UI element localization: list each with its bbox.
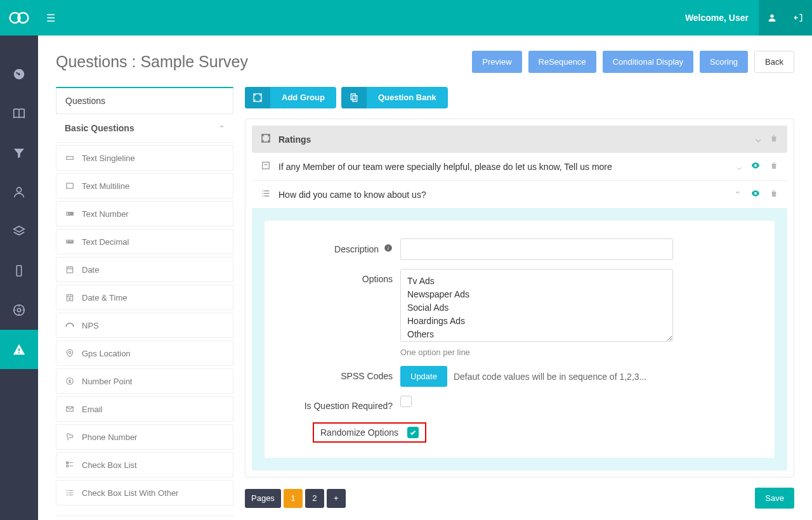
- info-icon[interactable]: i: [384, 244, 393, 252]
- chevron-up-icon: ⌃: [219, 124, 225, 133]
- qtype-icon: [64, 292, 75, 303]
- svg-text:1: 1: [69, 379, 70, 383]
- label-options: Options: [280, 269, 400, 284]
- qtype-icon: 12.3: [64, 236, 75, 247]
- svg-rect-6: [16, 266, 21, 276]
- qtype-label: Text Multiline: [82, 181, 129, 191]
- qtype-item[interactable]: Date & Time: [56, 285, 233, 310]
- qtype-item[interactable]: Phone Number: [56, 424, 233, 450]
- qtype-item[interactable]: 1Number Point: [56, 368, 233, 394]
- question-editor: Description i Options: [252, 208, 787, 471]
- qtype-label: Date: [82, 265, 99, 275]
- label-required: Is Question Required?: [280, 396, 400, 411]
- menu-toggle-icon[interactable]: ☰: [38, 12, 63, 24]
- randomize-checkbox[interactable]: [407, 427, 419, 438]
- add-group-button[interactable]: Add Group: [245, 87, 336, 108]
- logo[interactable]: [0, 0, 38, 36]
- label-spss: SPSS Codes: [280, 366, 400, 381]
- eye-icon[interactable]: [750, 188, 761, 200]
- trash-icon[interactable]: [769, 189, 778, 200]
- qtype-icon: 1: [64, 375, 75, 387]
- qtype-icon: [64, 403, 75, 415]
- text-icon: [261, 160, 271, 172]
- label-randomize: Randomize Options: [320, 427, 398, 438]
- qtype-item[interactable]: Check Box List: [56, 452, 233, 478]
- qtype-icon: [64, 348, 75, 359]
- qtype-label: Number Point: [82, 377, 132, 386]
- logout-icon[interactable]: [785, 0, 812, 36]
- nav-layers-icon[interactable]: [0, 212, 38, 251]
- accordion-basic-questions[interactable]: Basic Questions ⌃: [56, 114, 233, 143]
- nav-mobile-icon[interactable]: [0, 251, 38, 290]
- page-1-button[interactable]: 1: [284, 489, 303, 508]
- checklist-icon: [261, 188, 271, 200]
- question-row-2[interactable]: How did you came to know about us? ⌃: [252, 181, 787, 208]
- chevron-down-icon[interactable]: ⌵: [737, 162, 742, 172]
- svg-rect-12: [67, 183, 74, 188]
- nav-dashboard-icon[interactable]: [0, 55, 38, 94]
- scoring-button[interactable]: Scoring: [700, 51, 748, 73]
- qtype-item[interactable]: Gps Location: [56, 341, 233, 366]
- qtype-item[interactable]: Check Box List With Other: [56, 480, 233, 505]
- options-textarea[interactable]: [400, 269, 673, 342]
- pages-label: Pages: [245, 489, 281, 508]
- side-nav: [0, 36, 38, 520]
- qtype-label: Check Box List With Other: [82, 488, 178, 498]
- back-button[interactable]: Back: [754, 51, 794, 73]
- required-checkbox[interactable]: [400, 396, 412, 407]
- qtype-item[interactable]: Text Singleline: [56, 145, 233, 171]
- svg-rect-11: [67, 157, 74, 160]
- chevron-down-icon[interactable]: ⌵: [756, 134, 761, 145]
- group-icon: [245, 87, 270, 108]
- question-types-panel: Questions Basic Questions ⌃ Text Singlel…: [56, 87, 233, 516]
- tab-questions[interactable]: Questions: [56, 87, 233, 114]
- main-content: Questions : Sample Survey Preview ReSequ…: [38, 36, 812, 520]
- nav-book-icon[interactable]: [0, 94, 38, 133]
- group-header[interactable]: Ratings ⌵: [252, 126, 787, 153]
- nav-support-icon[interactable]: [0, 290, 38, 330]
- qtype-label: Date & Time: [82, 293, 128, 302]
- save-button[interactable]: Save: [755, 488, 794, 509]
- qtype-item[interactable]: 12.3Text Decimal: [56, 229, 233, 254]
- add-page-button[interactable]: +: [327, 489, 346, 508]
- conditional-display-button[interactable]: Conditional Display: [603, 51, 693, 73]
- nav-user-icon[interactable]: [0, 172, 38, 212]
- nav-filter-icon[interactable]: [0, 133, 38, 172]
- qtype-item[interactable]: Email: [56, 396, 233, 422]
- group-title: Ratings: [278, 134, 311, 145]
- svg-text:123: 123: [68, 212, 73, 216]
- resequence-button[interactable]: ReSequence: [528, 51, 596, 73]
- qtype-label: Text Singleline: [82, 153, 135, 163]
- svg-point-5: [16, 188, 21, 192]
- question-bank-button[interactable]: Question Bank: [341, 87, 448, 108]
- preview-button[interactable]: Preview: [472, 51, 521, 73]
- qtype-item[interactable]: Text Multiline: [56, 173, 233, 198]
- copy-icon: [341, 87, 367, 108]
- qtype-label: Check Box List: [82, 460, 137, 470]
- qtype-label: NPS: [82, 321, 99, 330]
- qtype-icon: [64, 320, 75, 331]
- user-icon[interactable]: [759, 0, 785, 36]
- svg-rect-9: [18, 348, 20, 351]
- qtype-icon: [64, 431, 75, 443]
- nav-alert-icon[interactable]: [0, 330, 38, 369]
- description-input[interactable]: [400, 238, 673, 260]
- update-spss-button[interactable]: Update: [400, 366, 447, 387]
- spss-hint: Defaut code values will be in sequence o…: [454, 372, 646, 382]
- qtype-icon: [64, 264, 75, 275]
- qtype-icon: [64, 487, 75, 498]
- chevron-up-icon[interactable]: ⌃: [734, 190, 742, 200]
- question-row-1[interactable]: If any Member of our team were specially…: [252, 153, 787, 181]
- eye-icon[interactable]: [750, 160, 761, 172]
- qtype-item[interactable]: 123Text Number: [56, 201, 233, 226]
- qtype-item[interactable]: Date: [56, 257, 233, 282]
- survey-card: Ratings ⌵ If any Member of our team were…: [245, 119, 794, 478]
- svg-rect-10: [18, 353, 20, 354]
- welcome-text: Welcome, User: [675, 13, 759, 23]
- trash-icon[interactable]: [769, 134, 778, 145]
- qtype-item[interactable]: NPS: [56, 313, 233, 338]
- qtype-label: Email: [82, 405, 103, 414]
- page-2-button[interactable]: 2: [305, 489, 324, 508]
- svg-text:12.3: 12.3: [68, 240, 74, 244]
- trash-icon[interactable]: [769, 161, 778, 172]
